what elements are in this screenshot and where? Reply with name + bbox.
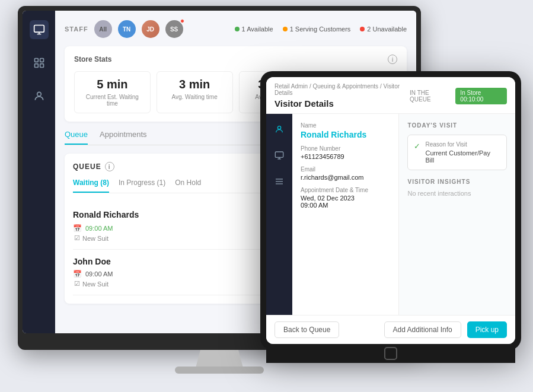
- tablet-bottom-bar: [266, 344, 515, 363]
- tablet-sidebar-list[interactable]: [271, 173, 288, 190]
- stat-label-1: Avg. Waiting time: [163, 94, 226, 100]
- visitor-phone-field: +61123456789: [301, 153, 390, 160]
- visitor-info-panel: Name Ronald Richards Phone Number +61123…: [292, 114, 399, 315]
- stats-info-icon[interactable]: i: [388, 55, 397, 64]
- add-additional-info-button[interactable]: Add Additional Info: [384, 321, 461, 338]
- svg-point-6: [277, 126, 280, 129]
- in-queue-label: IN THE QUEUE: [410, 90, 448, 103]
- svg-rect-4: [40, 64, 43, 68]
- tab-appointments[interactable]: Appointments: [100, 130, 147, 145]
- visitor-details-title: Visitor Details: [275, 98, 334, 109]
- svg-point-5: [37, 92, 41, 96]
- stat-label-0: Current Est. Waiting time: [81, 94, 144, 107]
- monitor-base: [175, 366, 264, 374]
- visitor-name-0: Ronald Richards: [73, 210, 139, 219]
- check-icon: ✓: [414, 142, 420, 151]
- reason-label: Reason for Visit: [425, 141, 500, 148]
- avatar-ss[interactable]: SS: [165, 20, 183, 38]
- breadcrumb: Retail Admin / Queuing & Appointments / …: [275, 83, 410, 96]
- insights-title: VISITOR INSIGHTS: [407, 179, 507, 185]
- reason-box: ✓ Reason for Visit Current Customer/Pay …: [407, 135, 507, 170]
- sidebar-item-queue[interactable]: [30, 53, 49, 72]
- serving-status: 1 Serving Customers: [283, 26, 351, 33]
- staff-row: STAFF All TN JD SS 1 Available 1 Serving…: [65, 20, 407, 38]
- tablet-home-button[interactable]: [384, 347, 397, 360]
- avatar-photo[interactable]: JD: [142, 20, 159, 38]
- svg-rect-7: [275, 152, 283, 157]
- tablet-screen: Retail Admin / Queuing & Appointments / …: [266, 77, 515, 344]
- visitor-name-field: Ronald Richards: [301, 130, 390, 139]
- monitor-stand: [196, 350, 243, 368]
- sidebar-item-monitor[interactable]: [30, 20, 49, 39]
- status-indicators: 1 Available 1 Serving Customers 2 Unavai…: [235, 26, 407, 33]
- stat-value-0: 5 min: [81, 78, 144, 91]
- sidebar-item-user[interactable]: [30, 87, 49, 106]
- queue-info-icon[interactable]: i: [105, 162, 114, 171]
- tablet-header: Retail Admin / Queuing & Appointments / …: [266, 77, 515, 114]
- visitor-time-field: 09:00 AM: [301, 202, 390, 209]
- tablet-body: Name Ronald Richards Phone Number +61123…: [266, 114, 515, 315]
- reason-text: Current Customer/Pay Bill: [425, 149, 500, 164]
- visitor-date-field: Wed, 02 Dec 2023: [301, 195, 390, 202]
- phone-label: Phone Number: [301, 145, 390, 152]
- queue-tab-onhold[interactable]: On Hold: [175, 179, 201, 193]
- avatar-all[interactable]: All: [94, 20, 112, 38]
- svg-rect-0: [34, 26, 44, 33]
- todays-visit-title: TODAY'S VISIT: [407, 122, 507, 129]
- dot-orange: [283, 27, 288, 31]
- stat-avg-waiting: 3 min Avg. Waiting time: [157, 71, 233, 113]
- tablet-in-store-badge: In Store 00:10:00: [455, 88, 507, 104]
- app-sidebar: [23, 11, 55, 333]
- queue-tab-waiting[interactable]: Waiting (8): [73, 179, 109, 193]
- available-status: 1 Available: [235, 26, 273, 33]
- tablet-main: Name Ronald Richards Phone Number +61123…: [292, 114, 515, 315]
- unavailable-status: 2 Unavailable: [360, 26, 407, 33]
- svg-rect-2: [40, 59, 43, 62]
- store-stats-title: Store Stats: [74, 55, 111, 63]
- no-interactions: No recent interactions: [407, 190, 507, 197]
- tab-queue[interactable]: Queue: [65, 130, 88, 145]
- visitor-email-field: r.richards@gmail.com: [301, 174, 390, 181]
- dot-green: [235, 27, 240, 31]
- visitor-name-1: John Doe: [73, 257, 111, 266]
- tablet-header-row: Retail Admin / Queuing & Appointments / …: [275, 83, 507, 109]
- queue-title: QUEUE i: [73, 162, 114, 171]
- staff-label: STAFF: [65, 26, 88, 33]
- tablet-footer: Back to Queue Add Additional Info Pick u…: [266, 315, 515, 344]
- tablet-sidebar-monitor[interactable]: [271, 147, 288, 164]
- stat-value-1: 3 min: [163, 78, 226, 91]
- back-to-queue-button[interactable]: Back to Queue: [275, 321, 339, 338]
- date-label: Appointment Date & Time: [301, 187, 390, 193]
- dot-red: [360, 27, 365, 31]
- queue-tab-inprogress[interactable]: In Progress (1): [119, 179, 165, 193]
- visit-panel: TODAY'S VISIT ✓ Reason for Visit Current…: [399, 114, 515, 315]
- tablet-device: Retail Admin / Queuing & Appointments / …: [260, 71, 521, 350]
- tablet-sidebar-person[interactable]: [271, 121, 288, 138]
- svg-rect-3: [34, 64, 38, 68]
- svg-rect-1: [34, 59, 38, 62]
- tablet-sidebar: [266, 114, 292, 315]
- tablet-pickup-button[interactable]: Pick up: [467, 321, 507, 338]
- stats-header: Store Stats i: [74, 55, 397, 64]
- name-label: Name: [301, 122, 390, 129]
- email-label: Email: [301, 166, 390, 173]
- stat-waiting-time: 5 min Current Est. Waiting time: [74, 71, 151, 113]
- avatar-tn[interactable]: TN: [118, 20, 136, 38]
